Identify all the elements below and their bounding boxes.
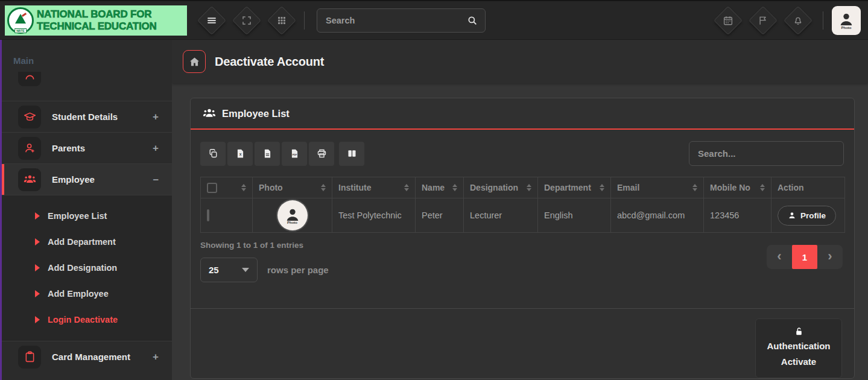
caret-down-icon <box>242 268 249 272</box>
sidebar-toggle-button[interactable] <box>197 5 226 34</box>
column-header-department[interactable]: Department <box>538 177 611 198</box>
triangle-right-icon <box>35 212 40 220</box>
card-header: Employee List <box>191 98 854 130</box>
authentication-activate-button[interactable]: Authentication Activate <box>755 318 842 378</box>
content: Employee List x PDF <box>172 83 868 379</box>
column-header-institute[interactable]: Institute <box>332 177 416 198</box>
sort-icon <box>523 184 531 191</box>
csv-export-button[interactable] <box>255 142 280 166</box>
flag-button[interactable] <box>749 5 778 34</box>
page-title: Deactivate Account <box>215 55 324 69</box>
fullscreen-button[interactable] <box>232 5 261 34</box>
copy-button[interactable] <box>200 142 226 166</box>
topbar: NBTE NATIONAL BOARD FOR TECHNICAL EDUCAT… <box>0 0 868 40</box>
submenu-item-add-employee[interactable]: Add Employee <box>0 280 172 306</box>
logo-line1: NATIONAL BOARD FOR <box>37 8 157 20</box>
nbte-logo[interactable]: NBTE NATIONAL BOARD FOR TECHNICAL EDUCAT… <box>5 5 187 36</box>
cell-institute: Test Polytechnic <box>332 198 416 233</box>
app-screen: NBTE NATIONAL BOARD FOR TECHNICAL EDUCAT… <box>0 0 868 380</box>
sidebar-item-partial[interactable] <box>0 72 172 92</box>
flag-icon <box>758 15 768 26</box>
table-search-input[interactable] <box>698 148 835 159</box>
sidebar-item-label: Card Management <box>52 352 130 362</box>
pdf-export-button[interactable]: PDF <box>282 142 307 166</box>
sort-icon <box>401 184 409 191</box>
triangle-right-icon <box>35 264 40 271</box>
rows-per-page-select[interactable]: 25 <box>200 258 258 282</box>
home-button[interactable] <box>183 50 206 73</box>
sidebar-section-label: Main <box>0 40 172 72</box>
pdf-file-icon: PDF <box>290 148 300 159</box>
topbar-divider-2 <box>823 11 823 30</box>
expand-plus-icon: + <box>153 111 159 123</box>
submenu-item-add-designation[interactable]: Add Designation <box>0 255 172 280</box>
column-header-select[interactable] <box>201 177 253 198</box>
sort-icon <box>689 184 697 191</box>
grid-icon <box>276 15 287 26</box>
pagination-page-1-button[interactable]: 1 <box>792 245 817 269</box>
bell-icon <box>793 15 803 26</box>
table-search <box>689 141 844 166</box>
table-toolbar: x PDF <box>191 130 854 177</box>
column-header-designation[interactable]: Designation <box>464 177 538 198</box>
partial-item-icon <box>18 72 41 86</box>
users-group-icon <box>18 168 41 191</box>
cell-designation: Lecturer <box>464 198 538 233</box>
sidebar-scrollbar[interactable] <box>0 40 2 380</box>
triangle-right-icon <box>35 316 40 323</box>
logo-text: NATIONAL BOARD FOR TECHNICAL EDUCATION <box>37 8 157 31</box>
clipboard-icon <box>18 346 41 369</box>
submenu-item-add-department[interactable]: Add Department <box>0 229 172 255</box>
svg-text:x: x <box>239 152 241 156</box>
column-visibility-button[interactable] <box>339 142 364 166</box>
pagination-prev-button[interactable]: ‹ <box>767 245 792 269</box>
cell-email: abcd@gmail.com <box>611 198 704 233</box>
column-header-photo[interactable]: Photo <box>253 177 332 198</box>
topbar-divider <box>304 11 305 30</box>
home-icon <box>189 56 200 68</box>
cell-department: English <box>538 198 611 233</box>
sidebar-item-label: Student Details <box>52 112 118 122</box>
excel-export-button[interactable]: x <box>227 142 253 166</box>
notifications-button[interactable] <box>784 5 813 34</box>
row-checkbox[interactable] <box>207 209 209 221</box>
sidebar-item-employee[interactable]: Employee – <box>0 163 172 195</box>
apps-grid-button[interactable] <box>267 5 296 34</box>
employee-list-card: Employee List x PDF <box>190 98 855 379</box>
hamburger-icon <box>206 15 217 26</box>
column-header-mobile[interactable]: Mobile No <box>704 177 771 198</box>
cell-name: Peter <box>416 198 464 233</box>
sort-icon <box>449 184 457 191</box>
sidebar-item-label: Parents <box>52 143 85 153</box>
sidebar-item-student-details[interactable]: Student Details + <box>0 101 172 132</box>
auth-button-line2: Activate <box>762 354 835 370</box>
pagination: ‹ 1 › <box>767 245 843 269</box>
unlock-icon <box>794 326 804 337</box>
rows-per-page-value: 25 <box>209 265 219 275</box>
sidebar-item-parents[interactable]: Parents + <box>0 132 172 163</box>
person-plus-icon <box>18 137 41 160</box>
select-all-checkbox[interactable] <box>207 183 217 193</box>
submenu-item-employee-list[interactable]: Employee List <box>0 203 172 229</box>
users-group-icon <box>203 107 216 120</box>
rows-per-page-row: 25 rows per page <box>200 258 844 282</box>
graduation-cap-icon <box>18 106 41 128</box>
calendar-button[interactable] <box>714 5 743 34</box>
employee-table: Photo Institute Name <box>200 177 845 233</box>
table-row: Photo Test Polytechnic Peter Lecturer En… <box>201 198 845 233</box>
auth-button-line1: Authentication <box>762 338 835 354</box>
profile-avatar[interactable]: Photo <box>832 6 861 35</box>
pagination-next-button[interactable]: › <box>817 245 843 269</box>
profile-button[interactable]: Profile <box>778 206 836 226</box>
global-search-input[interactable] <box>326 16 467 25</box>
column-header-name[interactable]: Name <box>416 177 464 198</box>
print-button[interactable] <box>309 142 334 166</box>
column-header-action: Action <box>771 177 845 198</box>
collapse-minus-icon: – <box>153 174 159 186</box>
svg-text:PDF: PDF <box>292 154 297 156</box>
submenu-item-login-deactivate[interactable]: Login Deactivate <box>0 306 172 332</box>
column-header-email[interactable]: Email <box>611 177 704 198</box>
search-icon[interactable] <box>467 15 478 26</box>
sort-icon <box>756 184 765 191</box>
sidebar-item-card-management[interactable]: Card Management + <box>0 341 172 372</box>
